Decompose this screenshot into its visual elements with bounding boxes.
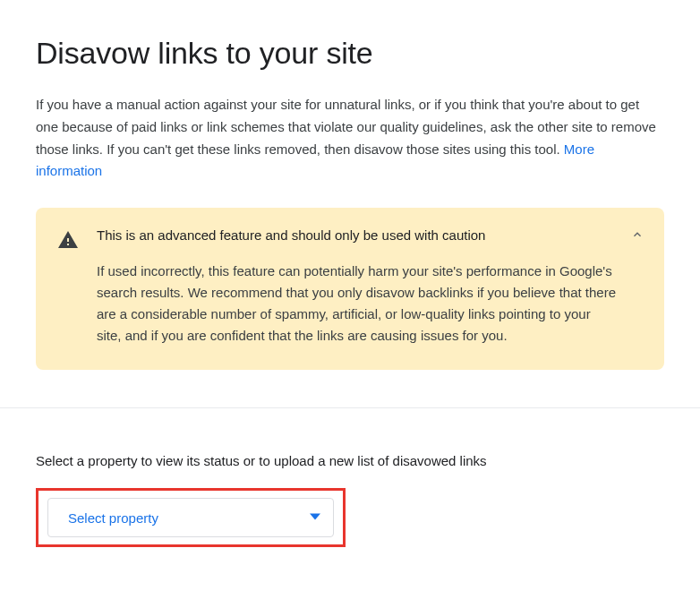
select-property-label: Select a property to view its status or … <box>36 453 664 468</box>
warning-triangle-icon <box>57 227 79 347</box>
page-title: Disavow links to your site <box>36 36 664 71</box>
highlight-annotation: Select property <box>36 488 346 547</box>
chevron-up-icon <box>630 231 645 244</box>
warning-banner: This is an advanced feature and should o… <box>36 208 664 370</box>
collapse-warning-button[interactable] <box>630 227 645 244</box>
warning-title: This is an advanced feature and should o… <box>97 227 616 243</box>
caret-down-icon <box>310 510 320 526</box>
warning-body: If used incorrectly, this feature can po… <box>97 261 616 347</box>
select-property-placeholder: Select property <box>68 510 158 526</box>
intro-paragraph: If you have a manual action against your… <box>36 94 664 183</box>
select-property-dropdown[interactable]: Select property <box>47 498 334 537</box>
